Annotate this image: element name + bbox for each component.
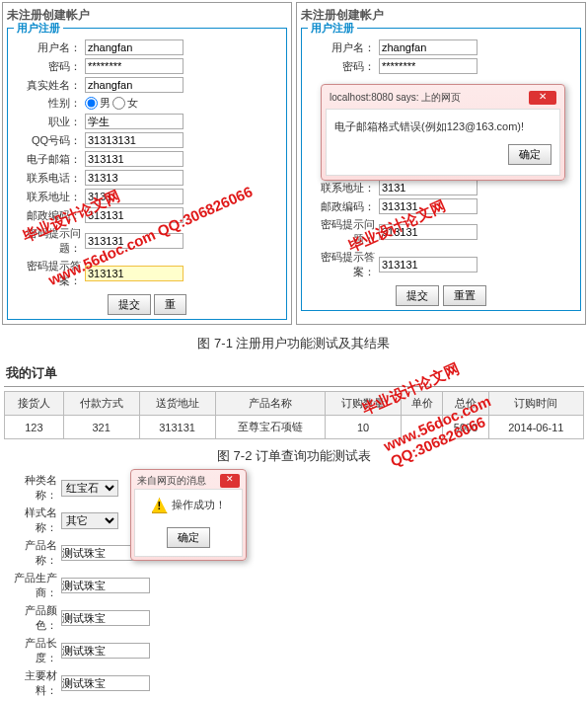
label-gender: 性别：: [12, 96, 85, 111]
submit-button[interactable]: 提交: [108, 294, 151, 315]
label-email: 电子邮箱：: [12, 152, 85, 167]
label-occupation: 职业：: [12, 115, 85, 129]
addr-input[interactable]: [379, 180, 478, 195]
td: 313131: [139, 416, 215, 439]
orders-title: 我的订单: [4, 360, 584, 387]
td: [402, 416, 443, 439]
dialog-title-text: localhost:8080 says: 上的网页: [330, 91, 461, 105]
dialog-ok-button[interactable]: 确定: [508, 144, 551, 165]
gender-female-radio[interactable]: [112, 97, 125, 110]
orders-section: 我的订单 接货人 付款方式 送货地址 产品名称 订购数量 单价 总价 订购时间 …: [4, 360, 584, 439]
msgbox-ok-button[interactable]: 确定: [167, 527, 210, 548]
msgbox-body-text: 操作成功！: [172, 499, 226, 510]
style-select[interactable]: 其它: [61, 512, 118, 529]
table-row: 123 321 313131 至尊宝石项链 10 5000 2014-06-11: [5, 416, 584, 439]
label-maker: 产品生产商：: [4, 571, 61, 600]
label-addr: 联系地址：: [306, 181, 379, 195]
td: 321: [63, 416, 139, 439]
register-fieldset: 用户注册 用户名： 密码： 真实姓名： 性别： 男 女 职业： QQ号码： 电子…: [7, 28, 287, 320]
close-icon[interactable]: ✕: [220, 474, 240, 488]
th: 单价: [402, 392, 443, 416]
table-header-row: 接货人 付款方式 送货地址 产品名称 订购数量 单价 总价 订购时间: [5, 392, 584, 416]
label-material: 主要材料：: [4, 668, 61, 698]
gender-male-radio[interactable]: [85, 97, 98, 110]
fieldset-legend: 用户注册: [308, 21, 357, 36]
label-pwa: 密码提示答案：: [306, 250, 379, 279]
label-zip: 邮政编码：: [12, 208, 85, 223]
label-kind: 种类名称：: [4, 473, 61, 503]
username-input[interactable]: [379, 39, 478, 55]
label-realname: 真实姓名：: [12, 78, 85, 93]
occupation-input[interactable]: [85, 114, 184, 129]
username-input[interactable]: [85, 39, 184, 55]
td: 10: [326, 416, 402, 439]
label-password: 密码：: [12, 59, 85, 74]
label-qq: QQ号码：: [12, 133, 85, 148]
length-input[interactable]: [61, 643, 150, 659]
email-input[interactable]: [85, 151, 184, 167]
dialog-message: 电子邮箱格式错误(例如123@163.com)!: [334, 119, 551, 134]
kind-select[interactable]: 红宝石: [61, 480, 118, 497]
td: 2014-06-11: [488, 416, 583, 439]
product-form-section: 种类名称：红宝石 样式名称：其它 产品名称： 产品生产商： 产品颜色： 产品长度…: [4, 473, 584, 701]
label-length: 产品长度：: [4, 636, 61, 665]
th: 接货人: [5, 392, 64, 416]
label-name: 产品名称：: [4, 538, 61, 568]
zip-input[interactable]: [379, 198, 478, 214]
orders-table: 接货人 付款方式 送货地址 产品名称 订购数量 单价 总价 订购时间 123 3…: [4, 391, 584, 439]
pwa-input[interactable]: [85, 266, 184, 281]
alert-dialog: localhost:8080 says: 上的网页 ✕ 电子邮箱格式错误(例如1…: [321, 84, 565, 181]
warning-icon: [152, 498, 168, 513]
label-zip: 邮政编码：: [306, 199, 379, 214]
td: 5000: [443, 416, 488, 439]
td: 至尊宝石项链: [215, 416, 326, 439]
th: 订购时间: [488, 392, 583, 416]
gender-male-label: 男: [100, 96, 110, 111]
right-register-panel: 未注册创建帐户 用户注册 用户名： 密码： 联系电话： 联系地址： 邮政编码： …: [296, 2, 586, 325]
figure-caption-1: 图 7-1 注册用户功能测试及其结果: [0, 335, 588, 352]
submit-button[interactable]: 提交: [396, 285, 439, 306]
reset-button[interactable]: 重: [154, 294, 186, 315]
phone-input[interactable]: [85, 170, 184, 186]
th: 总价: [443, 392, 488, 416]
left-register-panel: 未注册创建帐户 用户注册 用户名： 密码： 真实姓名： 性别： 男 女 职业： …: [2, 2, 292, 325]
label-password: 密码：: [306, 59, 379, 74]
th: 产品名称: [215, 392, 326, 416]
password-input[interactable]: [379, 58, 478, 74]
maker-input[interactable]: [61, 578, 150, 593]
qq-input[interactable]: [85, 132, 184, 148]
material-input[interactable]: [61, 675, 150, 691]
msgbox-title-text: 来自网页的消息: [137, 474, 206, 488]
label-phone: 联系电话：: [12, 171, 85, 186]
pwa-input[interactable]: [379, 257, 478, 273]
label-username: 用户名：: [12, 40, 85, 55]
reset-button[interactable]: 重置: [443, 285, 486, 306]
figure-caption-2: 图 7-2 订单查询功能测试表: [0, 447, 588, 465]
label-pwa: 密码提示答案：: [12, 259, 85, 288]
label-color: 产品颜色：: [4, 603, 61, 633]
label-pwq: 密码提示问题：: [12, 226, 85, 256]
success-msgbox: 来自网页的消息 ✕ 操作成功！ 确定: [130, 469, 247, 561]
th: 订购数量: [326, 392, 402, 416]
addr-input[interactable]: [85, 189, 184, 204]
label-style: 样式名称：: [4, 506, 61, 535]
th: 送货地址: [139, 392, 215, 416]
pwq-input[interactable]: [85, 233, 184, 249]
zip-input[interactable]: [85, 207, 184, 223]
label-addr: 联系地址：: [12, 190, 85, 204]
color-input[interactable]: [61, 610, 150, 626]
label-pwq: 密码提示问题：: [306, 217, 379, 247]
pwq-input[interactable]: [379, 224, 478, 240]
gender-female-label: 女: [127, 96, 138, 111]
realname-input[interactable]: [85, 77, 184, 93]
th: 付款方式: [63, 392, 139, 416]
close-icon[interactable]: ✕: [529, 91, 556, 105]
password-input[interactable]: [85, 58, 184, 74]
fieldset-legend: 用户注册: [14, 21, 63, 36]
label-username: 用户名：: [306, 40, 379, 55]
td: 123: [5, 416, 64, 439]
